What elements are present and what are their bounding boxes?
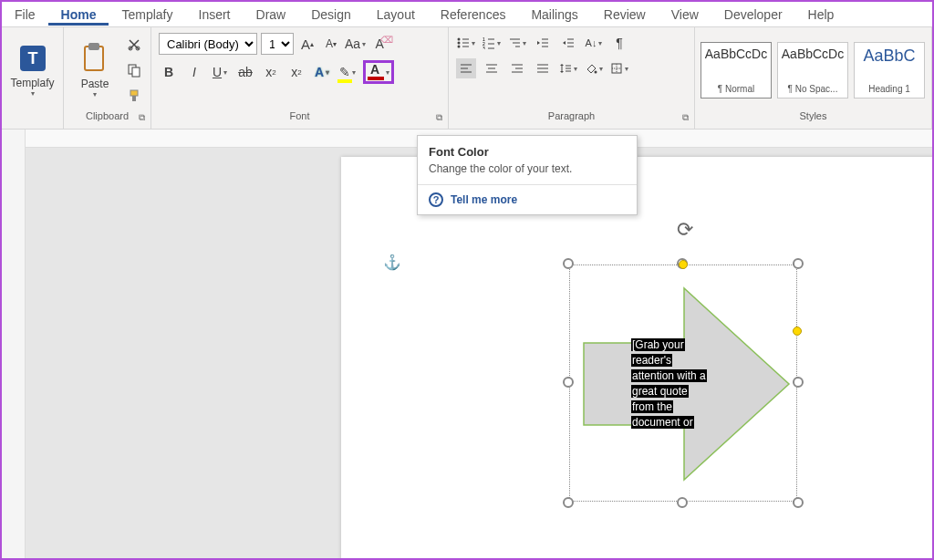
paste-icon bbox=[79, 41, 110, 76]
style-heading-1[interactable]: AaBbCHeading 1 bbox=[854, 42, 925, 99]
tooltip-description: Change the color of your text. bbox=[418, 162, 637, 184]
tab-references[interactable]: References bbox=[428, 4, 519, 26]
copy-button[interactable] bbox=[124, 60, 144, 80]
font-color-icon: A bbox=[368, 64, 384, 80]
font-color-button[interactable]: A ▾ bbox=[363, 60, 394, 84]
subscript-button[interactable]: x2 bbox=[261, 62, 281, 82]
resize-handle-mb[interactable] bbox=[677, 497, 688, 508]
cut-button[interactable] bbox=[124, 35, 144, 55]
font-launcher[interactable]: ⧉ bbox=[436, 112, 442, 123]
resize-handle-ml[interactable] bbox=[563, 377, 574, 388]
styles-group-label: Styles bbox=[800, 110, 827, 121]
clear-formatting-button[interactable]: A⌫ bbox=[369, 34, 389, 54]
tab-layout[interactable]: Layout bbox=[364, 4, 428, 26]
scissors-icon bbox=[127, 37, 141, 52]
indent-icon bbox=[562, 36, 575, 49]
svg-text:T: T bbox=[27, 49, 37, 67]
strikethrough-button[interactable]: ab bbox=[235, 62, 255, 82]
numbering-icon: 123 bbox=[483, 36, 495, 49]
paragraph-group-label: Paragraph bbox=[548, 110, 595, 121]
svg-point-10 bbox=[458, 38, 461, 41]
tooltip-title: Font Color bbox=[418, 136, 637, 162]
align-left-button[interactable] bbox=[456, 58, 476, 78]
svg-rect-9 bbox=[132, 96, 136, 101]
svg-point-14 bbox=[458, 46, 461, 48]
templafy-button[interactable]: T Templafy ▾ bbox=[7, 34, 57, 107]
numbering-button[interactable]: 123 bbox=[482, 33, 502, 53]
tab-insert[interactable]: Insert bbox=[186, 4, 244, 26]
bullets-button[interactable] bbox=[456, 33, 476, 53]
tell-me-more-link[interactable]: ? Tell me more bbox=[418, 184, 637, 214]
style-no-spacing[interactable]: AaBbCcDc¶ No Spac... bbox=[777, 42, 848, 99]
multilevel-list-button[interactable] bbox=[507, 33, 527, 53]
outdent-icon bbox=[536, 36, 549, 49]
style-normal[interactable]: AaBbCcDc¶ Normal bbox=[700, 42, 772, 99]
tab-view[interactable]: View bbox=[659, 4, 711, 26]
tab-design[interactable]: Design bbox=[298, 4, 364, 26]
borders-button[interactable] bbox=[609, 58, 629, 78]
help-icon: ? bbox=[429, 192, 443, 207]
resize-handle-br[interactable] bbox=[793, 497, 804, 508]
shading-button[interactable] bbox=[584, 58, 604, 78]
font-size-select[interactable]: 11 bbox=[261, 33, 294, 55]
tab-home[interactable]: Home bbox=[48, 4, 109, 26]
adjust-handle-top[interactable] bbox=[679, 260, 688, 269]
adjust-handle-right[interactable] bbox=[793, 327, 802, 336]
page[interactable]: ⚓ [Grab your reader's attention with a g… bbox=[341, 157, 934, 560]
change-case-button[interactable]: Aa bbox=[345, 34, 366, 54]
bullets-icon bbox=[457, 36, 470, 49]
tab-templafy[interactable]: Templafy bbox=[109, 4, 185, 26]
svg-text:3: 3 bbox=[483, 46, 485, 49]
brush-icon bbox=[127, 88, 141, 103]
templafy-icon: T bbox=[16, 42, 49, 75]
sort-button[interactable]: A↓ bbox=[584, 33, 604, 53]
tab-draw[interactable]: Draw bbox=[244, 4, 299, 26]
italic-button[interactable]: I bbox=[184, 62, 204, 82]
tab-review[interactable]: Review bbox=[591, 4, 659, 26]
copy-icon bbox=[127, 63, 141, 78]
clipboard-group-label: Clipboard bbox=[86, 110, 129, 121]
svg-point-47 bbox=[595, 71, 597, 74]
menu-bar: File Home Templafy Insert Draw Design La… bbox=[2, 2, 932, 27]
format-painter-button[interactable] bbox=[124, 86, 144, 106]
highlight-button[interactable]: ✎ bbox=[337, 62, 358, 82]
tab-developer[interactable]: Developer bbox=[711, 4, 795, 26]
tab-help[interactable]: Help bbox=[795, 4, 847, 26]
font-name-select[interactable]: Calibri (Body) bbox=[159, 33, 257, 55]
svg-rect-3 bbox=[88, 43, 99, 50]
show-marks-button[interactable]: ¶ bbox=[609, 33, 629, 53]
multilevel-icon bbox=[508, 36, 521, 49]
increase-indent-button[interactable] bbox=[558, 33, 578, 53]
resize-handle-mr[interactable] bbox=[793, 377, 804, 388]
svg-rect-7 bbox=[132, 67, 140, 77]
paste-button[interactable]: Paste ▾ bbox=[69, 34, 120, 107]
tab-mailings[interactable]: Mailings bbox=[518, 4, 590, 26]
superscript-button[interactable]: x2 bbox=[286, 62, 306, 82]
anchor-icon: ⚓ bbox=[383, 254, 401, 271]
svg-point-12 bbox=[458, 42, 461, 45]
resize-handle-tr[interactable] bbox=[793, 258, 804, 269]
arrow-shape-selection[interactable]: [Grab your reader's attention with a gre… bbox=[569, 264, 797, 502]
tab-file[interactable]: File bbox=[2, 4, 48, 26]
rotate-handle[interactable]: ⟳ bbox=[677, 218, 688, 229]
bold-button[interactable]: B bbox=[159, 62, 179, 82]
borders-icon bbox=[610, 62, 623, 75]
text-effects-button[interactable]: A bbox=[312, 62, 332, 82]
font-color-tooltip: Font Color Change the color of your text… bbox=[417, 135, 638, 215]
line-spacing-button[interactable] bbox=[558, 58, 578, 78]
resize-handle-bl[interactable] bbox=[563, 497, 574, 508]
paragraph-launcher[interactable]: ⧉ bbox=[682, 112, 689, 123]
paint-bucket-icon bbox=[585, 62, 597, 75]
vertical-ruler[interactable] bbox=[2, 130, 26, 560]
document-area: ⚓ [Grab your reader's attention with a g… bbox=[2, 130, 932, 560]
resize-handle-tl[interactable] bbox=[563, 258, 574, 269]
underline-button[interactable]: U bbox=[210, 62, 230, 82]
font-group-label: Font bbox=[289, 110, 309, 121]
decrease-font-button[interactable]: A▾ bbox=[321, 34, 341, 54]
decrease-indent-button[interactable] bbox=[533, 33, 553, 53]
increase-font-button[interactable]: A▴ bbox=[297, 34, 317, 54]
align-right-button[interactable] bbox=[507, 58, 527, 78]
align-center-button[interactable] bbox=[482, 58, 502, 78]
justify-button[interactable] bbox=[533, 58, 553, 78]
clipboard-launcher[interactable]: ⧉ bbox=[139, 112, 145, 123]
